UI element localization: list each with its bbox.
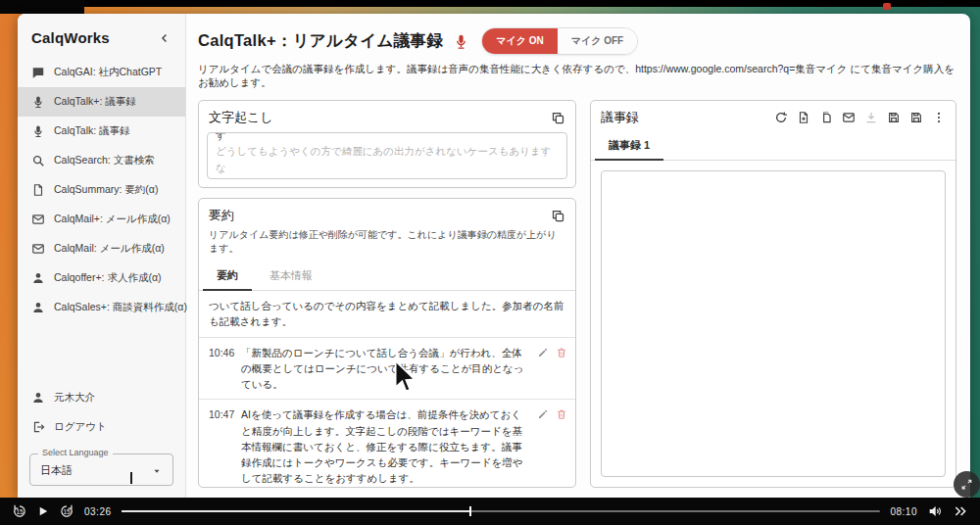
expand-button[interactable] <box>954 471 980 498</box>
mail-icon <box>842 111 856 124</box>
minutes-tabs: 議事録 1 <box>591 132 956 161</box>
language-select-value: 日本語 <box>40 463 73 478</box>
transcription-panel: 文字起こし 文は声をもし作業に変えるとしてもさ 文字起こしでしまう 予約の情報を… <box>198 100 576 188</box>
mic-on-button[interactable]: マイク ON <box>482 28 557 54</box>
person-icon <box>31 271 45 285</box>
transcription-title: 文字起こし <box>209 109 273 126</box>
summary-entry-list: ついて話し合っているのでその内容をまとめて記載しました。参加者の名前も記載されま… <box>199 291 575 487</box>
mic-icon <box>31 95 45 109</box>
language-select[interactable]: Select Language 日本語 <box>29 453 173 486</box>
save-icon <box>887 111 901 124</box>
play-button[interactable] <box>37 505 49 517</box>
entry-text: ついて話し合っているのでその内容をまとめて記載しました。参加者の名前も記載されま… <box>209 298 567 330</box>
refresh-button[interactable] <box>774 111 788 124</box>
sidebar-item-calqsummary[interactable]: CalqSummary: 要約(α) <box>18 175 185 205</box>
sidebar-item-label: CalqMail+: メール作成(α) <box>54 213 171 226</box>
skip-forward-button[interactable]: 15 <box>59 503 74 519</box>
transcription-textarea[interactable]: 文は声をもし作業に変えるとしてもさ 文字起こしでしまう 予約の情報をしては 議事… <box>207 132 567 179</box>
sidebar-item-label: CalqMail: メール作成(α) <box>54 242 165 256</box>
mic-icon <box>31 124 45 138</box>
fast-forward-button[interactable] <box>953 503 968 519</box>
refresh-icon <box>774 111 788 124</box>
person-icon <box>31 301 45 314</box>
tab-basic-info[interactable]: 基本情報 <box>254 262 328 290</box>
save-as-button[interactable] <box>909 111 923 124</box>
delete-entry-button[interactable] <box>556 408 567 420</box>
sidebar-item-user[interactable]: 元木大介 <box>18 383 185 412</box>
volume-icon <box>927 503 943 519</box>
play-icon <box>37 505 49 517</box>
sidebar-item-calqtalk[interactable]: CalqTalk: 議事録 <box>18 117 185 146</box>
sidebar-item-label: Calqoffer+: 求人作成(α) <box>54 271 161 285</box>
microphone-icon <box>453 33 469 50</box>
collapse-sidebar-button[interactable] <box>158 31 172 45</box>
delete-entry-button[interactable] <box>556 347 567 358</box>
mic-off-button[interactable]: マイク OFF <box>558 28 637 54</box>
app-window: CalqWorks CalqGAI: 社内ChatGPT CalqTalk+: … <box>18 14 970 498</box>
skip-back-button[interactable]: 15 <box>12 503 27 519</box>
expand-icon <box>960 478 973 491</box>
copy-transcription-button[interactable] <box>551 111 565 125</box>
minutes-panel: 議事録 <box>590 100 956 488</box>
doc-export-icon <box>797 111 810 124</box>
summary-title: 要約 <box>209 207 234 224</box>
sidebar-item-calqgai[interactable]: CalqGAI: 社内ChatGPT <box>18 58 185 87</box>
summary-tabs: 要約 基本情報 <box>199 262 575 291</box>
save-button[interactable] <box>887 111 901 124</box>
copy-icon <box>551 111 565 125</box>
doc-copy-icon <box>819 111 833 124</box>
mail-button[interactable] <box>842 111 856 124</box>
more-button[interactable] <box>932 111 946 124</box>
sidebar-item-label: CalqTalk: 議事録 <box>54 124 130 138</box>
transcription-text: 文は声をもし作業に変えるとしてもさ 文字起こしでしまう 予約の情報をしては 議事… <box>216 132 559 143</box>
progress-handle[interactable] <box>469 506 471 516</box>
sidebar-item-calqsales-plus[interactable]: CalqSales+: 商談資料作成(α) <box>18 293 185 322</box>
edit-entry-button[interactable] <box>537 347 549 358</box>
minutes-title: 議事録 <box>601 109 639 126</box>
search-icon <box>31 154 45 167</box>
user-name: 元木大介 <box>54 391 95 405</box>
mic-toggle-group: マイク ON マイク OFF <box>481 27 638 55</box>
transcription-pending-text: どうしてもようやくの方で綺麗にあの出力がされないケースもありますな <box>216 143 559 175</box>
chat-icon <box>31 66 45 79</box>
app-logo: CalqWorks <box>31 29 110 46</box>
summary-description: リアルタイム要約は修正や削除が可能です。これにより議事録の精度が上がります。 <box>199 228 575 262</box>
summary-entry: ついて話し合っているのでその内容をまとめて記載しました。参加者の名前も記載されま… <box>199 291 575 338</box>
top-bar <box>0 0 980 7</box>
mail-icon <box>31 242 45 256</box>
sidebar-item-calqsearch[interactable]: CalqSearch: 文書検索 <box>18 146 185 175</box>
copy-icon <box>551 209 565 223</box>
sidebar-item-calqmail[interactable]: CalqMail: メール作成(α) <box>18 234 185 263</box>
entry-timestamp: 10:46 <box>209 345 235 393</box>
edit-entry-button[interactable] <box>537 408 549 420</box>
total-time: 08:10 <box>890 506 917 517</box>
pencil-icon <box>537 347 549 358</box>
minutes-content-area[interactable] <box>601 170 946 477</box>
copy-summary-button[interactable] <box>551 209 565 223</box>
volume-button[interactable] <box>927 503 943 519</box>
video-player-bar: 15 15 03:26 08:10 <box>0 498 980 525</box>
tab-summary[interactable]: 要約 <box>201 262 254 290</box>
seek-bar[interactable] <box>122 510 881 512</box>
minutes-toolbar <box>774 111 946 124</box>
doc-icon <box>31 183 45 197</box>
tab-minutes-1[interactable]: 議事録 1 <box>593 132 665 160</box>
sidebar-item-calqoffer-plus[interactable]: Calqoffer+: 求人作成(α) <box>18 263 185 293</box>
sidebar-item-label: CalqSales+: 商談資料作成(α) <box>54 301 187 314</box>
sidebar-item-calqmail-plus[interactable]: CalqMail+: メール作成(α) <box>18 205 185 234</box>
summary-entry: 10:46 「新製品のローンチについて話し合う会議」が行われ、全体の概要としては… <box>199 338 575 401</box>
download-icon <box>864 111 878 124</box>
export-doc-button[interactable] <box>797 111 810 124</box>
trash-icon <box>556 408 567 420</box>
entry-text: 「新製品のローンチについて話し合う会議」が行われ、全体の概要としてはローンチにつ… <box>241 345 531 393</box>
language-select-label: Select Language <box>38 448 113 457</box>
sidebar-item-label: CalqGAI: 社内ChatGPT <box>54 66 162 79</box>
logout-button[interactable]: ログアウト <box>18 412 185 442</box>
video-frame: CalqWorks CalqGAI: 社内ChatGPT CalqTalk+: … <box>0 0 980 525</box>
summary-entry: 10:47 AIを使って議事録を作成する場合は、前提条件を決めておくと精度が向上… <box>199 400 575 487</box>
copy-doc-button[interactable] <box>819 111 833 124</box>
download-button[interactable] <box>864 111 878 124</box>
sidebar-item-calqtalk-plus[interactable]: CalqTalk+: 議事録 <box>18 87 185 117</box>
summary-panel: 要約 リアルタイム要約は修正や削除が可能です。これにより議事録の精度が上がります… <box>198 198 576 488</box>
person-icon <box>31 391 45 405</box>
